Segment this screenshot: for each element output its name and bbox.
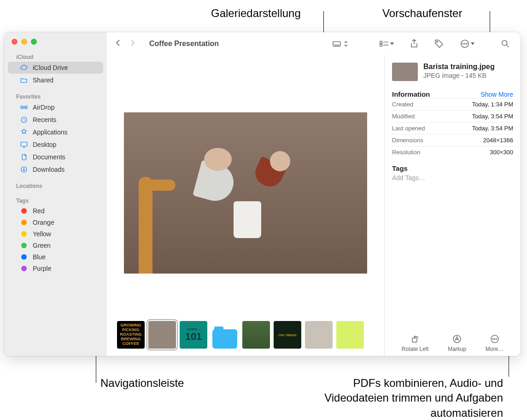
sidebar-item-label: Desktop bbox=[33, 141, 56, 148]
tag-dot-icon bbox=[21, 243, 27, 248]
info-value: Today, 3:54 PM bbox=[472, 125, 513, 132]
sidebar-item-documents[interactable]: Documents bbox=[8, 151, 103, 163]
svg-rect-5 bbox=[380, 41, 382, 43]
cloud-icon bbox=[20, 64, 28, 72]
svg-point-18 bbox=[496, 338, 497, 339]
search-button[interactable] bbox=[498, 38, 512, 50]
info-row: Resolution300×300 bbox=[392, 146, 513, 158]
fullscreen-button[interactable] bbox=[31, 39, 37, 45]
sidebar-item-recents[interactable]: Recents bbox=[8, 114, 103, 126]
main-area: Coffee Presentation bbox=[107, 32, 521, 356]
preview-image[interactable] bbox=[124, 112, 367, 274]
markup-button[interactable]: Markup bbox=[448, 334, 466, 352]
svg-point-11 bbox=[466, 43, 467, 44]
markup-icon bbox=[452, 334, 462, 344]
callout-line bbox=[96, 382, 96, 383]
sidebar: iCloud iCloud Drive Shared Favorites Air… bbox=[4, 32, 107, 356]
sidebar-tag-orange[interactable]: Orange bbox=[8, 217, 103, 228]
thumb-growing-picking[interactable]: GROWING PICKING ROASTING BREWING COFFEE bbox=[117, 321, 145, 349]
sidebar-section-tags: Tags bbox=[4, 195, 107, 205]
clock-icon bbox=[20, 116, 28, 124]
sidebar-item-label: AirDrop bbox=[33, 104, 54, 111]
sidebar-item-shared[interactable]: Shared bbox=[8, 74, 103, 86]
thumb-coffee-101[interactable]: Coffee –101 bbox=[180, 321, 207, 349]
airdrop-icon bbox=[20, 103, 28, 111]
preview-panel: Barista training.jpeg JPEG image - 145 K… bbox=[384, 55, 521, 356]
show-more-link[interactable]: Show More bbox=[480, 91, 513, 98]
sidebar-item-label: Downloads bbox=[33, 166, 64, 173]
info-key: Dimensions bbox=[392, 137, 423, 144]
sidebar-item-icloud-drive[interactable]: iCloud Drive bbox=[8, 62, 103, 74]
svg-point-16 bbox=[492, 338, 493, 339]
thumb-folder[interactable] bbox=[211, 321, 239, 349]
sidebar-item-label: iCloud Drive bbox=[33, 64, 68, 71]
sidebar-item-downloads[interactable]: Downloads bbox=[8, 163, 103, 175]
sidebar-item-label: Purple bbox=[33, 265, 51, 272]
sidebar-section-locations: Locations bbox=[4, 180, 107, 190]
info-row: CreatedToday, 1:34 PM bbox=[392, 98, 513, 110]
sidebar-item-label: Documents bbox=[33, 153, 65, 161]
callout-more-actions: PDFs kombinieren, Audio- und Videodateie… bbox=[310, 376, 503, 420]
callout-preview-pane: Vorschaufenster bbox=[382, 7, 462, 20]
tag-dot-icon bbox=[21, 254, 27, 260]
forward-button[interactable] bbox=[130, 39, 135, 48]
thumb-people[interactable] bbox=[305, 321, 333, 349]
file-meta: JPEG image - 145 KB bbox=[423, 72, 495, 79]
toolbar-title: Coffee Presentation bbox=[149, 40, 219, 48]
sidebar-item-applications[interactable]: Applications bbox=[8, 126, 103, 138]
sidebar-item-label: Recents bbox=[33, 116, 56, 123]
more-toolbar-button[interactable] bbox=[457, 37, 477, 50]
thumb-beans[interactable] bbox=[242, 321, 270, 349]
sidebar-section-favorites: Favorites bbox=[4, 91, 107, 101]
close-button[interactable] bbox=[12, 39, 18, 45]
info-value: Today, 3:54 PM bbox=[472, 113, 513, 120]
rotate-left-button[interactable]: Rotate Left bbox=[402, 334, 429, 352]
sidebar-tag-green[interactable]: Green bbox=[8, 240, 103, 251]
svg-rect-2 bbox=[21, 142, 27, 146]
svg-rect-6 bbox=[380, 44, 382, 46]
desktop-icon bbox=[20, 140, 28, 149]
info-row: Dimensions2048×1366 bbox=[392, 134, 513, 146]
sidebar-tag-yellow[interactable]: Yellow bbox=[8, 228, 103, 239]
file-name: Barista training.jpeg bbox=[423, 63, 495, 71]
sidebar-item-label: Green bbox=[33, 242, 51, 249]
gallery-pane: GROWING PICKING ROASTING BREWING COFFEE … bbox=[107, 55, 384, 356]
sidebar-tag-red[interactable]: Red bbox=[8, 205, 103, 216]
thumb-our-values[interactable]: Our Values bbox=[274, 321, 301, 349]
tag-dot-icon bbox=[21, 220, 27, 225]
preview-area bbox=[107, 55, 384, 316]
folder-shared-icon bbox=[20, 76, 28, 84]
sidebar-item-label: Red bbox=[33, 207, 45, 215]
view-switcher[interactable] bbox=[329, 38, 351, 49]
sidebar-section-icloud: iCloud bbox=[4, 51, 107, 61]
more-actions-button[interactable]: More… bbox=[486, 334, 504, 352]
svg-point-7 bbox=[437, 41, 438, 42]
thumbnail-strip: GROWING PICKING ROASTING BREWING COFFEE … bbox=[107, 316, 384, 356]
sidebar-item-label: Blue bbox=[33, 253, 46, 261]
thumb-poster-lime[interactable] bbox=[336, 321, 364, 349]
tag-dot-icon bbox=[21, 231, 27, 237]
back-button[interactable] bbox=[115, 39, 121, 48]
file-thumbnail-icon bbox=[392, 63, 418, 81]
sidebar-item-desktop[interactable]: Desktop bbox=[8, 139, 103, 151]
sidebar-item-airdrop[interactable]: AirDrop bbox=[8, 101, 103, 113]
svg-point-0 bbox=[23, 106, 25, 109]
sidebar-tag-purple[interactable]: Purple bbox=[8, 263, 103, 274]
group-button[interactable] bbox=[377, 38, 397, 49]
tag-button[interactable] bbox=[432, 37, 446, 50]
info-key: Created bbox=[392, 101, 413, 108]
svg-point-9 bbox=[463, 43, 463, 44]
info-row: ModifiedToday, 3:54 PM bbox=[392, 110, 513, 122]
rotate-left-icon bbox=[410, 334, 420, 344]
apps-icon bbox=[20, 128, 28, 136]
minimize-button[interactable] bbox=[21, 39, 27, 45]
info-value: 2048×1366 bbox=[483, 137, 513, 144]
svg-point-12 bbox=[502, 40, 507, 45]
svg-point-17 bbox=[494, 338, 495, 339]
share-button[interactable] bbox=[408, 37, 421, 50]
svg-point-10 bbox=[464, 43, 465, 44]
info-value: Today, 1:34 PM bbox=[472, 101, 513, 108]
sidebar-tag-blue[interactable]: Blue bbox=[8, 251, 103, 262]
add-tags-field[interactable]: Add Tags… bbox=[392, 174, 513, 181]
thumb-barista-training[interactable] bbox=[148, 321, 176, 349]
